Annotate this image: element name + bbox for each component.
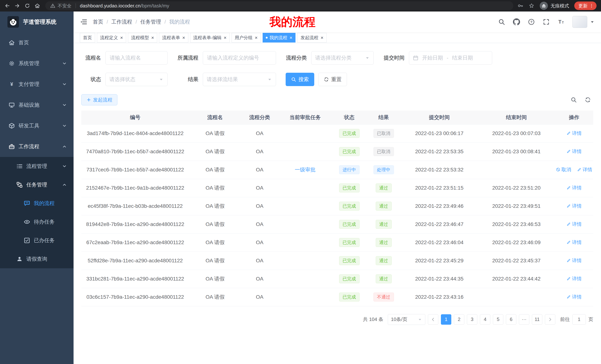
detail-link[interactable]: 详情 [566, 257, 582, 264]
close-icon[interactable]: × [182, 35, 185, 40]
goto-label: 前往 [560, 316, 570, 323]
tab-process-form-edit[interactable]: 流程表单-编辑 × [190, 33, 230, 42]
tab-start-process[interactable]: 发起流程 × [297, 33, 327, 42]
tab-label: 我的流程 [270, 35, 287, 41]
detail-link[interactable]: 详情 [566, 276, 582, 282]
status-badge: 已完成 [339, 238, 360, 247]
cell-status: 已完成 [332, 233, 366, 252]
browser-forward-button[interactable] [13, 1, 22, 10]
page-buttons: 123456···11 [441, 314, 542, 325]
cell-category: OA [241, 270, 278, 288]
end-date-placeholder: 结束日期 [452, 54, 473, 61]
detail-link[interactable]: 详情 [566, 130, 582, 136]
hamburger-icon[interactable] [80, 18, 87, 26]
browser-back-button[interactable] [3, 1, 12, 10]
status-select[interactable]: 请选择状态 [105, 73, 168, 86]
detail-link[interactable]: 详情 [566, 239, 582, 246]
breadcrumb-item[interactable]: 工作流程 [111, 18, 132, 25]
page-button-1[interactable]: 1 [441, 314, 451, 325]
tab-label: 流程表单-编辑 [193, 35, 221, 41]
sidebar-item-workflow[interactable]: 工作流程 [0, 136, 74, 157]
cell-category: OA [241, 288, 278, 306]
detail-link[interactable]: 详情 [566, 185, 582, 191]
sidebar-item-done-task[interactable]: 已办任务 [0, 231, 74, 250]
reset-button[interactable]: 重置 [318, 73, 347, 86]
sidebar-item-process-mgmt[interactable]: 流程管理 [0, 157, 74, 175]
close-icon[interactable]: × [255, 35, 258, 40]
bookmark-star-icon[interactable] [529, 3, 534, 9]
user-avatar-menu[interactable] [572, 16, 595, 28]
detail-link[interactable]: 详情 [566, 221, 582, 228]
detail-link[interactable]: 详情 [577, 166, 592, 173]
current-task-link[interactable]: 一级审批 [295, 167, 316, 172]
tab-home[interactable]: 首页 [80, 33, 95, 42]
next-page-button[interactable] [545, 314, 555, 325]
close-icon[interactable]: × [290, 35, 292, 40]
page-button-3[interactable]: 3 [467, 314, 477, 325]
page-button-5[interactable]: 5 [493, 314, 503, 325]
font-size-icon[interactable]: TT [558, 18, 565, 25]
page-ellipsis[interactable]: ··· [519, 314, 529, 325]
sidebar-item-payment[interactable]: ¥ 支付管理 [0, 74, 74, 95]
goto-page-input[interactable] [572, 314, 586, 325]
search-button[interactable]: 搜索 [286, 73, 314, 86]
help-icon[interactable]: ? [528, 18, 535, 25]
submit-time-label: 提交时间 [383, 54, 404, 61]
tab-user-group[interactable]: 用户分组 × [232, 33, 261, 42]
browser-reload-button[interactable] [23, 1, 32, 10]
address-bar[interactable]: 不安全 dashboard.yudao.iocoder.cn/bpm/task/… [45, 1, 513, 10]
page-button-6[interactable]: 6 [506, 314, 516, 325]
breadcrumb-item[interactable]: 任务管理 [140, 18, 161, 25]
sidebar-item-leave-query[interactable]: 请假查询 [0, 250, 74, 268]
page-button-4[interactable]: 4 [480, 314, 490, 325]
start-process-button[interactable]: 发起流程 [81, 94, 117, 105]
page-size-select[interactable]: 10条/页 [388, 314, 425, 325]
tags-bar: 首页 流程定义 × 流程模型 × 流程表单 × 流程表单-编辑 × 用户分组 ×… [74, 32, 601, 43]
page-button-11[interactable]: 11 [532, 314, 542, 325]
process-name-input[interactable] [105, 51, 168, 65]
github-icon[interactable] [513, 18, 520, 25]
home-icon [9, 39, 15, 46]
prev-page-button[interactable] [428, 314, 438, 325]
cell-end-time: 2022-01-22 23:46:53 [478, 215, 555, 233]
sidebar-item-home[interactable]: 首页 [0, 32, 74, 53]
browser-home-button[interactable] [33, 1, 42, 10]
category-select[interactable]: 请选择流程分类 [311, 51, 374, 65]
tab-process-form[interactable]: 流程表单 × [159, 33, 188, 42]
sidebar-item-system[interactable]: 系统管理 [0, 53, 74, 74]
sidebar-item-task-mgmt[interactable]: 任务管理 [0, 175, 74, 194]
fullscreen-icon[interactable] [543, 18, 550, 25]
sidebar-item-todo-task[interactable]: 待办任务 [0, 213, 74, 231]
process-definition-input[interactable] [203, 51, 276, 65]
chrome-update-button[interactable]: 更新 [574, 1, 597, 10]
detail-link[interactable]: 详情 [566, 203, 582, 209]
close-icon[interactable]: × [151, 35, 154, 40]
detail-link[interactable]: 详情 [566, 294, 582, 300]
cell-actions: 取消 详情 [555, 161, 593, 179]
chevron-up-icon [62, 182, 67, 187]
close-icon[interactable]: × [120, 35, 123, 40]
cell-submit-time: 2022-01-22 23:46:04 [401, 233, 478, 252]
detail-link[interactable]: 详情 [566, 148, 582, 155]
sidebar-item-infrastructure[interactable]: 基础设施 [0, 95, 74, 115]
cancel-link[interactable]: 取消 [556, 166, 571, 173]
close-icon[interactable]: × [224, 35, 227, 40]
breadcrumb-item[interactable]: 首页 [93, 18, 103, 25]
pencil-icon [566, 185, 571, 190]
page-button-2[interactable]: 2 [454, 314, 464, 325]
submit-time-range-picker[interactable]: 开始日期 - 结束日期 [409, 51, 492, 65]
tab-my-process[interactable]: 我的流程 × [263, 33, 295, 42]
tab-process-definition[interactable]: 流程定义 × [97, 33, 126, 42]
close-icon[interactable]: × [321, 35, 323, 40]
monitor-icon [9, 102, 15, 108]
cell-result: 通过 [366, 233, 401, 252]
header-search-icon[interactable] [498, 18, 505, 25]
tab-process-model[interactable]: 流程模型 × [128, 33, 157, 42]
result-select[interactable]: 请选择流结果 [203, 73, 276, 86]
key-icon[interactable] [517, 3, 523, 9]
sidebar-item-my-process[interactable]: 我的流程 [0, 194, 74, 213]
refresh-table-icon[interactable] [585, 97, 591, 103]
cell-current-task [278, 124, 332, 143]
toggle-search-icon[interactable] [571, 97, 577, 103]
sidebar-item-devtools[interactable]: 研发工具 [0, 115, 74, 136]
